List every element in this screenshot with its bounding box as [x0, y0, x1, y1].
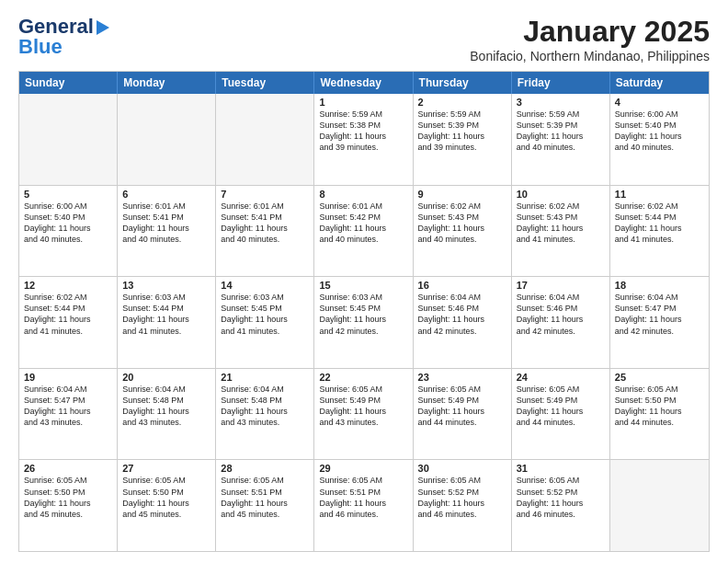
- cell-info: Sunrise: 6:05 AM Sunset: 5:51 PM Dayligh…: [319, 475, 407, 520]
- day-number: 30: [418, 463, 506, 474]
- cell-info: Sunrise: 6:04 AM Sunset: 5:47 PM Dayligh…: [24, 384, 112, 429]
- day-number: 26: [24, 463, 112, 474]
- header-day-sunday: Sunday: [19, 72, 118, 94]
- day-number: 31: [517, 463, 605, 474]
- day-number: 23: [418, 372, 506, 383]
- calendar-cell-empty: [118, 94, 216, 185]
- day-number: 24: [517, 372, 605, 383]
- logo-blue: Blue: [18, 35, 63, 59]
- calendar-cell-2: 2Sunrise: 5:59 AM Sunset: 5:39 PM Daylig…: [414, 94, 512, 185]
- day-number: 19: [24, 372, 112, 383]
- cell-info: Sunrise: 5:59 AM Sunset: 5:39 PM Dayligh…: [517, 109, 605, 154]
- cell-info: Sunrise: 6:05 AM Sunset: 5:50 PM Dayligh…: [122, 475, 210, 520]
- header: General Blue January 2025 Bonifacio, Nor…: [18, 15, 710, 63]
- cell-info: Sunrise: 6:03 AM Sunset: 5:45 PM Dayligh…: [319, 292, 407, 337]
- cell-info: Sunrise: 6:04 AM Sunset: 5:47 PM Dayligh…: [615, 292, 704, 337]
- day-number: 8: [319, 189, 407, 200]
- calendar-cell-14: 14Sunrise: 6:03 AM Sunset: 5:45 PM Dayli…: [216, 277, 314, 368]
- page: General Blue January 2025 Bonifacio, Nor…: [0, 0, 728, 563]
- calendar-week-3: 12Sunrise: 6:02 AM Sunset: 5:44 PM Dayli…: [19, 277, 709, 369]
- day-number: 9: [418, 189, 506, 200]
- calendar-cell-21: 21Sunrise: 6:04 AM Sunset: 5:48 PM Dayli…: [216, 369, 314, 460]
- calendar-cell-5: 5Sunrise: 6:00 AM Sunset: 5:40 PM Daylig…: [19, 186, 118, 277]
- calendar-cell-4: 4Sunrise: 6:00 AM Sunset: 5:40 PM Daylig…: [610, 94, 709, 185]
- day-number: 28: [221, 463, 309, 474]
- cell-info: Sunrise: 6:00 AM Sunset: 5:40 PM Dayligh…: [615, 109, 704, 154]
- cell-info: Sunrise: 6:00 AM Sunset: 5:40 PM Dayligh…: [24, 201, 112, 246]
- cell-info: Sunrise: 6:01 AM Sunset: 5:41 PM Dayligh…: [221, 201, 309, 246]
- cell-info: Sunrise: 6:04 AM Sunset: 5:46 PM Dayligh…: [418, 292, 506, 337]
- calendar-cell-9: 9Sunrise: 6:02 AM Sunset: 5:43 PM Daylig…: [414, 186, 512, 277]
- calendar-cell-7: 7Sunrise: 6:01 AM Sunset: 5:41 PM Daylig…: [216, 186, 314, 277]
- calendar-week-2: 5Sunrise: 6:00 AM Sunset: 5:40 PM Daylig…: [19, 186, 709, 278]
- day-number: 3: [517, 97, 605, 108]
- cell-info: Sunrise: 6:05 AM Sunset: 5:49 PM Dayligh…: [319, 384, 407, 429]
- header-day-tuesday: Tuesday: [216, 72, 314, 94]
- cell-info: Sunrise: 6:03 AM Sunset: 5:45 PM Dayligh…: [221, 292, 309, 337]
- cell-info: Sunrise: 6:02 AM Sunset: 5:44 PM Dayligh…: [24, 292, 112, 337]
- cell-info: Sunrise: 6:05 AM Sunset: 5:49 PM Dayligh…: [517, 384, 605, 429]
- calendar-cell-17: 17Sunrise: 6:04 AM Sunset: 5:46 PM Dayli…: [512, 277, 610, 368]
- logo: General Blue: [18, 15, 109, 59]
- day-number: 12: [24, 280, 112, 291]
- subtitle: Bonifacio, Northern Mindanao, Philippine…: [470, 49, 710, 63]
- calendar-cell-31: 31Sunrise: 6:05 AM Sunset: 5:52 PM Dayli…: [512, 460, 610, 551]
- calendar-cell-19: 19Sunrise: 6:04 AM Sunset: 5:47 PM Dayli…: [19, 369, 118, 460]
- calendar-cell-25: 25Sunrise: 6:05 AM Sunset: 5:50 PM Dayli…: [610, 369, 709, 460]
- cell-info: Sunrise: 6:05 AM Sunset: 5:50 PM Dayligh…: [24, 475, 112, 520]
- calendar-cell-30: 30Sunrise: 6:05 AM Sunset: 5:52 PM Dayli…: [414, 460, 512, 551]
- calendar-cell-16: 16Sunrise: 6:04 AM Sunset: 5:46 PM Dayli…: [414, 277, 512, 368]
- cell-info: Sunrise: 6:05 AM Sunset: 5:50 PM Dayligh…: [615, 384, 704, 429]
- calendar-cell-15: 15Sunrise: 6:03 AM Sunset: 5:45 PM Dayli…: [314, 277, 413, 368]
- cell-info: Sunrise: 6:05 AM Sunset: 5:52 PM Dayligh…: [517, 475, 605, 520]
- day-number: 11: [615, 189, 704, 200]
- day-number: 20: [122, 372, 210, 383]
- calendar: SundayMondayTuesdayWednesdayThursdayFrid…: [18, 71, 710, 552]
- calendar-cell-23: 23Sunrise: 6:05 AM Sunset: 5:49 PM Dayli…: [414, 369, 512, 460]
- cell-info: Sunrise: 5:59 AM Sunset: 5:39 PM Dayligh…: [418, 109, 506, 154]
- calendar-week-4: 19Sunrise: 6:04 AM Sunset: 5:47 PM Dayli…: [19, 369, 709, 461]
- calendar-cell-20: 20Sunrise: 6:04 AM Sunset: 5:48 PM Dayli…: [118, 369, 216, 460]
- day-number: 29: [319, 463, 407, 474]
- header-day-monday: Monday: [118, 72, 216, 94]
- calendar-header: SundayMondayTuesdayWednesdayThursdayFrid…: [19, 72, 709, 94]
- calendar-cell-24: 24Sunrise: 6:05 AM Sunset: 5:49 PM Dayli…: [512, 369, 610, 460]
- calendar-cell-empty: [216, 94, 314, 185]
- calendar-cell-3: 3Sunrise: 5:59 AM Sunset: 5:39 PM Daylig…: [512, 94, 610, 185]
- day-number: 1: [319, 97, 407, 108]
- header-day-friday: Friday: [512, 72, 610, 94]
- calendar-cell-empty: [610, 460, 709, 551]
- cell-info: Sunrise: 6:04 AM Sunset: 5:46 PM Dayligh…: [517, 292, 605, 337]
- day-number: 17: [517, 280, 605, 291]
- day-number: 4: [615, 97, 704, 108]
- cell-info: Sunrise: 5:59 AM Sunset: 5:38 PM Dayligh…: [319, 109, 407, 154]
- calendar-cell-13: 13Sunrise: 6:03 AM Sunset: 5:44 PM Dayli…: [118, 277, 216, 368]
- calendar-cell-26: 26Sunrise: 6:05 AM Sunset: 5:50 PM Dayli…: [19, 460, 118, 551]
- day-number: 7: [221, 189, 309, 200]
- calendar-cell-8: 8Sunrise: 6:01 AM Sunset: 5:42 PM Daylig…: [314, 186, 413, 277]
- calendar-body: 1Sunrise: 5:59 AM Sunset: 5:38 PM Daylig…: [19, 94, 709, 551]
- day-number: 10: [517, 189, 605, 200]
- day-number: 14: [221, 280, 309, 291]
- cell-info: Sunrise: 6:05 AM Sunset: 5:52 PM Dayligh…: [418, 475, 506, 520]
- calendar-cell-22: 22Sunrise: 6:05 AM Sunset: 5:49 PM Dayli…: [314, 369, 413, 460]
- header-day-wednesday: Wednesday: [314, 72, 413, 94]
- calendar-cell-27: 27Sunrise: 6:05 AM Sunset: 5:50 PM Dayli…: [118, 460, 216, 551]
- day-number: 5: [24, 189, 112, 200]
- cell-info: Sunrise: 6:02 AM Sunset: 5:43 PM Dayligh…: [418, 201, 506, 246]
- cell-info: Sunrise: 6:03 AM Sunset: 5:44 PM Dayligh…: [122, 292, 210, 337]
- calendar-cell-29: 29Sunrise: 6:05 AM Sunset: 5:51 PM Dayli…: [314, 460, 413, 551]
- calendar-week-1: 1Sunrise: 5:59 AM Sunset: 5:38 PM Daylig…: [19, 94, 709, 186]
- cell-info: Sunrise: 6:02 AM Sunset: 5:44 PM Dayligh…: [615, 201, 704, 246]
- month-title: January 2025: [470, 15, 710, 49]
- calendar-cell-empty: [19, 94, 118, 185]
- day-number: 15: [319, 280, 407, 291]
- calendar-cell-6: 6Sunrise: 6:01 AM Sunset: 5:41 PM Daylig…: [118, 186, 216, 277]
- cell-info: Sunrise: 6:02 AM Sunset: 5:43 PM Dayligh…: [517, 201, 605, 246]
- calendar-cell-12: 12Sunrise: 6:02 AM Sunset: 5:44 PM Dayli…: [19, 277, 118, 368]
- day-number: 27: [122, 463, 210, 474]
- logo-arrow-icon: [97, 20, 109, 35]
- header-day-thursday: Thursday: [414, 72, 512, 94]
- calendar-cell-11: 11Sunrise: 6:02 AM Sunset: 5:44 PM Dayli…: [610, 186, 709, 277]
- day-number: 13: [122, 280, 210, 291]
